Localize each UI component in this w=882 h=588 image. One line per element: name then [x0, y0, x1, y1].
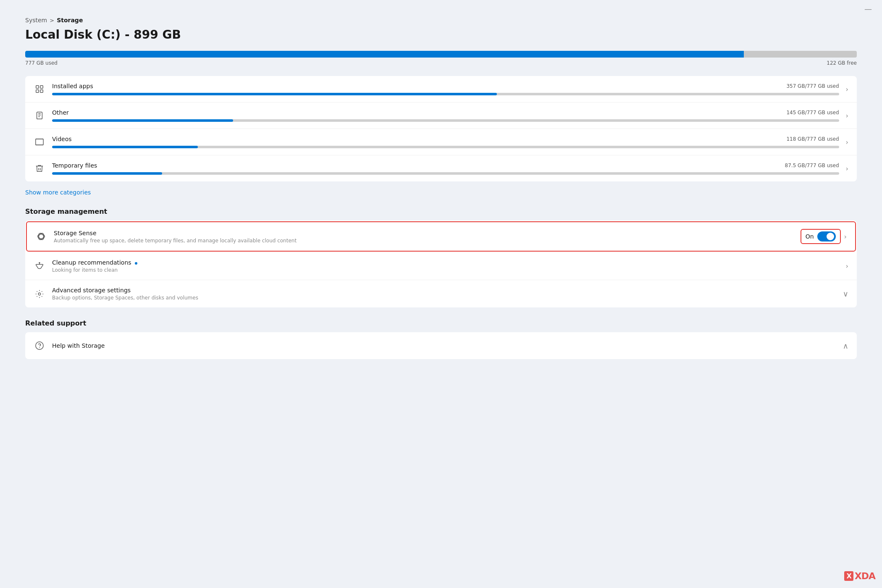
videos-content: Videos 118 GB/777 GB used	[52, 136, 839, 148]
category-installed-apps[interactable]: Installed apps 357 GB/777 GB used ›	[25, 76, 857, 102]
cleanup-recommendations-item[interactable]: Cleanup recommendations Looking for item…	[25, 252, 857, 280]
storage-sense-right: On ›	[801, 229, 847, 244]
help-with-storage-item[interactable]: Help with Storage ∧	[25, 332, 857, 359]
breadcrumb-current: Storage	[57, 17, 83, 24]
category-videos[interactable]: Videos 118 GB/777 GB used ›	[25, 129, 857, 155]
disk-free-label: 122 GB free	[827, 60, 857, 66]
storage-sense-name: Storage Sense	[54, 230, 794, 236]
svg-rect-0	[36, 86, 39, 88]
temp-files-usage: 87.5 GB/777 GB used	[785, 163, 839, 168]
other-icon	[34, 110, 45, 121]
apps-icon	[34, 83, 45, 95]
disk-bar-container	[25, 51, 857, 58]
category-other[interactable]: Other 145 GB/777 GB used ›	[25, 102, 857, 129]
installed-apps-bar-fill	[52, 93, 497, 95]
advanced-chevron-down: ∨	[843, 289, 848, 298]
svg-rect-4	[37, 112, 42, 119]
disk-used-label: 777 GB used	[25, 60, 58, 66]
xda-watermark: X XDA	[844, 571, 875, 581]
help-icon	[34, 340, 45, 352]
breadcrumb-system[interactable]: System	[25, 17, 47, 24]
temp-files-chevron: ›	[846, 165, 848, 173]
temp-files-bar	[52, 172, 839, 175]
videos-usage: 118 GB/777 GB used	[786, 136, 839, 142]
related-support-title: Related support	[25, 319, 857, 327]
minimize-button[interactable]: —	[864, 4, 872, 13]
toggle-track[interactable]	[817, 231, 836, 242]
svg-rect-2	[36, 90, 39, 92]
storage-sense-content: Storage Sense Automatically free up spac…	[54, 230, 794, 244]
temp-icon	[34, 163, 45, 174]
installed-apps-chevron: ›	[846, 85, 848, 93]
svg-point-11	[39, 262, 40, 263]
videos-bar	[52, 146, 839, 148]
storage-sense-toggle-wrapper[interactable]: On	[801, 229, 841, 244]
other-name: Other	[52, 109, 69, 116]
help-storage-name: Help with Storage	[52, 342, 836, 349]
categories-section: Installed apps 357 GB/777 GB used › Othe…	[25, 76, 857, 181]
installed-apps-usage: 357 GB/777 GB used	[786, 83, 839, 89]
advanced-icon	[34, 288, 45, 300]
svg-rect-5	[36, 139, 43, 145]
temp-files-bar-fill	[52, 172, 162, 175]
advanced-name: Advanced storage settings	[52, 287, 836, 294]
advanced-right: ∨	[843, 289, 848, 298]
breadcrumb: System > Storage	[25, 17, 857, 24]
temp-files-name: Temporary files	[52, 162, 97, 169]
advanced-description: Backup options, Storage Spaces, other di…	[52, 295, 836, 301]
help-storage-chevron-up: ∧	[843, 341, 848, 350]
related-support-section: Help with Storage ∧	[25, 332, 857, 359]
cleanup-chevron: ›	[846, 262, 848, 270]
xda-text: XDA	[855, 571, 875, 581]
svg-point-13	[36, 342, 43, 349]
storage-management-title: Storage management	[25, 207, 857, 215]
xda-logo: X	[844, 571, 853, 581]
other-chevron: ›	[846, 112, 848, 120]
svg-point-12	[38, 293, 41, 295]
cleanup-content: Cleanup recommendations Looking for item…	[52, 259, 839, 273]
other-usage: 145 GB/777 GB used	[786, 110, 839, 116]
storage-management-section: Storage Sense Automatically free up spac…	[25, 220, 857, 307]
svg-point-10	[37, 232, 45, 241]
cleanup-icon	[34, 260, 45, 272]
cleanup-right: ›	[846, 262, 848, 270]
svg-rect-3	[40, 90, 43, 92]
disk-bar-fill	[25, 51, 744, 58]
cleanup-name: Cleanup recommendations	[52, 259, 839, 266]
videos-chevron: ›	[846, 138, 848, 146]
videos-bar-fill	[52, 146, 198, 148]
category-temp-files[interactable]: Temporary files 87.5 GB/777 GB used ›	[25, 155, 857, 181]
advanced-storage-item[interactable]: Advanced storage settings Backup options…	[25, 280, 857, 307]
other-bar-fill	[52, 119, 233, 122]
page-title: Local Disk (C:) - 899 GB	[25, 28, 857, 42]
disk-usage-section: 777 GB used 122 GB free	[25, 51, 857, 66]
videos-name: Videos	[52, 136, 72, 142]
storage-sense-icon	[35, 231, 47, 242]
breadcrumb-chevron: >	[50, 17, 54, 24]
cleanup-description: Looking for items to clean	[52, 267, 839, 273]
other-bar	[52, 119, 839, 122]
show-more-link[interactable]: Show more categories	[25, 189, 91, 196]
storage-sense-item[interactable]: Storage Sense Automatically free up spac…	[26, 221, 856, 252]
toggle-thumb	[827, 233, 834, 240]
storage-sense-chevron: ›	[844, 233, 847, 241]
disk-bar-labels: 777 GB used 122 GB free	[25, 60, 857, 66]
toggle-on-label: On	[806, 233, 814, 240]
installed-apps-content: Installed apps 357 GB/777 GB used	[52, 83, 839, 95]
installed-apps-bar	[52, 93, 839, 95]
help-storage-content: Help with Storage	[52, 342, 836, 349]
videos-icon	[34, 136, 45, 148]
svg-rect-1	[40, 86, 43, 88]
other-content: Other 145 GB/777 GB used	[52, 109, 839, 122]
temp-files-content: Temporary files 87.5 GB/777 GB used	[52, 162, 839, 175]
storage-sense-description: Automatically free up space, delete temp…	[54, 238, 794, 244]
storage-sense-toggle[interactable]	[817, 231, 836, 242]
advanced-content: Advanced storage settings Backup options…	[52, 287, 836, 301]
installed-apps-name: Installed apps	[52, 83, 93, 89]
loading-indicator	[135, 262, 137, 265]
